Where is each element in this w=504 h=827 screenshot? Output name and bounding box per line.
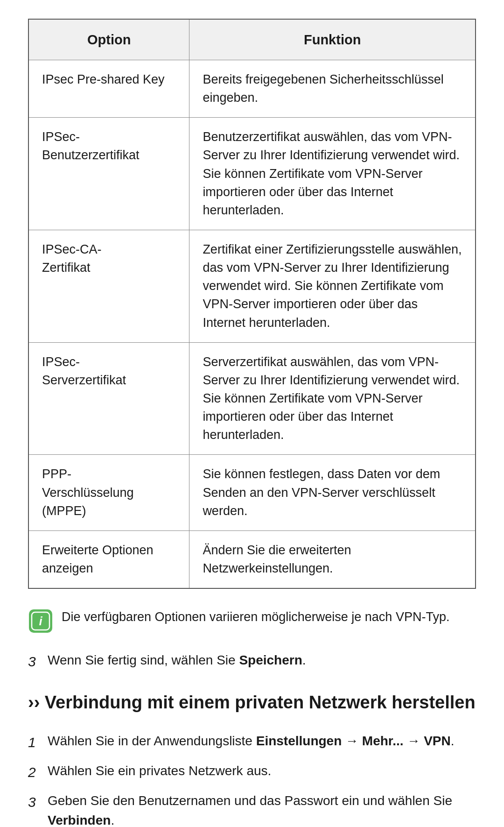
section-heading: ›› Verbindung mit einem privaten Netzwer… [28, 691, 476, 714]
table-cell-option: Erweiterte Optionen anzeigen [28, 530, 189, 588]
steps-section: 1 Wählen Sie in der Anwendungsliste Eins… [28, 731, 476, 827]
table-cell-funktion: Sie können festlegen, dass Daten vor dem… [189, 455, 476, 530]
table-row: IPSec-Serverzertifikat Serverzertifikat … [28, 342, 476, 455]
step-line-3: 3 Geben Sie den Benutzernamen und das Pa… [28, 791, 476, 827]
svg-text:i: i [39, 614, 42, 628]
step-text-1: Wählen Sie in der Anwendungsliste Einste… [48, 731, 454, 751]
table-row: IPsec Pre-shared Key Bereits freigegeben… [28, 60, 476, 118]
step-save-line: 3 Wenn Sie fertig sind, wählen Sie Speic… [28, 650, 476, 672]
step-text-2: Wählen Sie ein privates Netzwerk aus. [48, 761, 271, 781]
table-cell-funktion: Benutzerzertifikat auswählen, das vom VP… [189, 118, 476, 230]
table-cell-funktion: Bereits freigegebenen Sicherheitsschlüss… [189, 60, 476, 118]
options-table: Option Funktion IPsec Pre-shared Key Ber… [28, 19, 476, 589]
table-cell-funktion: Zertifikat einer Zertifizierungsstelle a… [189, 230, 476, 343]
step-line-2: 2 Wählen Sie ein privates Netzwerk aus. [28, 761, 476, 783]
step-number-1: 1 [28, 732, 43, 753]
section-heading-text: ›› Verbindung mit einem privaten Netzwer… [28, 691, 476, 714]
table-header-option: Option [28, 19, 189, 60]
step-save-text: Wenn Sie fertig sind, wählen Sie Speiche… [48, 650, 306, 670]
table-cell-option: PPP-Verschlüsselung(MPPE) [28, 455, 189, 530]
table-row: IPSec-CA-Zertifikat Zertifikat einer Zer… [28, 230, 476, 343]
table-cell-funktion: Ändern Sie die erweiterten Netzwerkeinst… [189, 530, 476, 588]
table-header-funktion: Funktion [189, 19, 476, 60]
step-number-3: 3 [28, 651, 43, 672]
note-text: Die verfügbaren Optionen variieren mögli… [62, 608, 449, 627]
step-text-3: Geben Sie den Benutzernamen und das Pass… [48, 791, 476, 827]
table-row: Erweiterte Optionen anzeigen Ändern Sie … [28, 530, 476, 588]
table-cell-funktion: Serverzertifikat auswählen, das vom VPN-… [189, 342, 476, 455]
step-number-2: 2 [28, 762, 43, 783]
step-number-3b: 3 [28, 792, 43, 813]
note-box: i Die verfügbaren Optionen variieren mög… [28, 608, 476, 634]
note-icon: i [28, 608, 53, 634]
table-cell-option: IPsec Pre-shared Key [28, 60, 189, 118]
table-cell-option: IPSec-CA-Zertifikat [28, 230, 189, 343]
table-row: IPSec-Benutzerzertifikat Benutzerzertifi… [28, 118, 476, 230]
step-line-1: 1 Wählen Sie in der Anwendungsliste Eins… [28, 731, 476, 753]
table-row: PPP-Verschlüsselung(MPPE) Sie können fes… [28, 455, 476, 530]
table-cell-option: IPSec-Serverzertifikat [28, 342, 189, 455]
table-cell-option: IPSec-Benutzerzertifikat [28, 118, 189, 230]
